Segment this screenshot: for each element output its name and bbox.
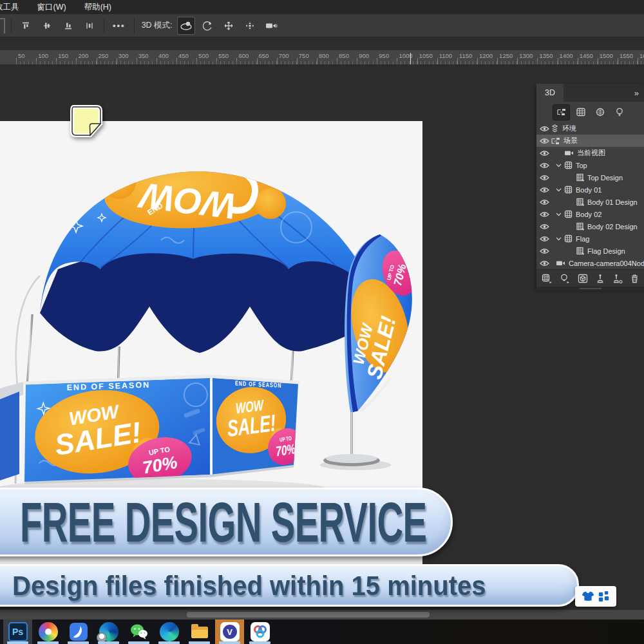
- taskbar-edge-profile[interactable]: [94, 620, 123, 644]
- edge-profile-icon: [99, 622, 118, 641]
- tab-3d[interactable]: 3D: [536, 84, 564, 102]
- ruler-tick-label: 350: [137, 52, 149, 59]
- 3d-layer-row[interactable]: 场景: [536, 135, 644, 147]
- 3d-layer-row[interactable]: 环境: [536, 122, 644, 135]
- 3d-layer-row[interactable]: Body 02: [536, 208, 644, 220]
- taskbar-indicator: [128, 641, 149, 644]
- taskbar-wechat[interactable]: [124, 620, 153, 644]
- new-3d-object-icon[interactable]: [578, 274, 588, 283]
- ruler-tick-label: 100: [36, 52, 48, 59]
- visibility-eye-icon[interactable]: [540, 199, 549, 205]
- panel-collapse-icon[interactable]: »: [634, 88, 639, 98]
- visibility-eye-icon[interactable]: [540, 138, 549, 144]
- menu-item-window[interactable]: 窗口(W): [37, 2, 66, 13]
- visibility-eye-icon[interactable]: [540, 150, 549, 156]
- 3d-layer-label: Top Design: [587, 174, 623, 182]
- chevron-down-icon[interactable]: [556, 164, 564, 167]
- roll-camera-3d-mode-icon[interactable]: [199, 17, 216, 34]
- ruler-tick-label: 1300: [517, 52, 533, 59]
- constraint-target-icon[interactable]: [612, 274, 623, 283]
- chevron-down-icon[interactable]: [556, 188, 564, 192]
- panel-resize-grip[interactable]: [536, 287, 644, 290]
- visibility-eye-icon[interactable]: [540, 260, 549, 267]
- visibility-eye-icon[interactable]: [540, 175, 549, 181]
- 3d-layer-label: Top: [576, 162, 587, 169]
- ruler-tick-label: 300: [117, 52, 129, 59]
- taskbar-indicator: [98, 641, 119, 644]
- visibility-eye-icon[interactable]: [540, 223, 549, 230]
- 3d-layer-row[interactable]: Body 01 Design: [536, 196, 644, 208]
- horizontal-scrollbar-thumb[interactable]: [187, 612, 430, 618]
- visibility-eye-icon[interactable]: [540, 162, 549, 169]
- add-constraint-icon[interactable]: [596, 274, 605, 283]
- 3d-layer-row[interactable]: Top Design: [536, 171, 644, 184]
- file-explorer-icon: [190, 622, 209, 641]
- divider: [104, 18, 104, 33]
- ruler-tick-label: 750: [297, 52, 309, 59]
- taskbar-indicator: [7, 641, 28, 644]
- texture-icon: [576, 198, 584, 206]
- 3d-layer-row[interactable]: Camera-camera004Nod: [536, 257, 644, 269]
- visibility-eye-icon[interactable]: [540, 248, 549, 254]
- mesh-icon: [564, 161, 573, 169]
- chevron-down-icon[interactable]: [556, 213, 564, 216]
- taskbar-circles-app[interactable]: [245, 620, 274, 644]
- ruler[interactable]: 5010015020025030035040045050055060065070…: [0, 50, 644, 65]
- promo-banner-secondary: Design files finished within 15 minutes: [0, 564, 579, 607]
- filter-lights-icon[interactable]: [611, 105, 627, 120]
- align-top-icon[interactable]: [17, 17, 34, 34]
- orbit-camera-3d-mode-icon[interactable]: [178, 17, 194, 34]
- 3d-layer-row[interactable]: Flag Design: [536, 245, 644, 257]
- align-bottom-icon[interactable]: [60, 17, 77, 34]
- 3d-layer-label: Camera-camera004Nod: [569, 260, 644, 267]
- ruler-tick-label: 400: [156, 52, 169, 59]
- taskbar-browser-swirl[interactable]: [33, 620, 62, 644]
- visibility-eye-icon[interactable]: [540, 236, 549, 242]
- 3d-layer-label: 场景: [564, 136, 578, 146]
- visibility-eye-icon[interactable]: [540, 126, 549, 132]
- taskbar-photoshop[interactable]: Ps: [3, 620, 32, 644]
- scene-icon: [551, 137, 560, 145]
- taskbar-file-explorer[interactable]: [185, 620, 214, 644]
- align-center-icon[interactable]: [39, 17, 55, 34]
- ruler-tick-label: 1350: [537, 52, 553, 59]
- 3d-mode-tools-group: [178, 17, 279, 34]
- environment-icon: [551, 124, 559, 133]
- camera-icon: [564, 150, 574, 156]
- kiosk-counter: END OF SEASON WOW SALE! UP TO 70% END OF…: [23, 376, 314, 494]
- taskbar-indicator: [219, 641, 240, 644]
- menu-item-plugins[interactable]: 效工具: [0, 2, 19, 13]
- edge-icon: [160, 622, 179, 641]
- taskbar-thunder[interactable]: [64, 620, 93, 644]
- visibility-eye-icon[interactable]: [540, 187, 549, 193]
- 3d-layer-row[interactable]: 当前视图: [536, 147, 644, 159]
- taskbar-edge[interactable]: [155, 620, 184, 644]
- chevron-down-icon[interactable]: [556, 237, 564, 241]
- delete-icon[interactable]: [630, 274, 639, 283]
- new-light-icon[interactable]: [560, 274, 570, 283]
- filter-scene-icon[interactable]: [553, 105, 569, 120]
- filter-materials-icon[interactable]: [592, 105, 608, 120]
- 3d-layer-row[interactable]: Body 01: [536, 184, 644, 196]
- more-options-icon[interactable]: •••: [113, 21, 126, 30]
- slide-camera-3d-mode-icon[interactable]: [242, 17, 258, 34]
- new-mesh-icon[interactable]: [542, 274, 553, 283]
- 3d-layer-row[interactable]: Body 02 Design: [536, 220, 644, 232]
- texture-icon: [576, 222, 584, 231]
- taskbar-v-app[interactable]: V: [215, 620, 244, 644]
- filter-meshes-icon[interactable]: [573, 105, 589, 120]
- distribute-icon[interactable]: [81, 17, 98, 34]
- ruler-tick-label: 1600: [638, 52, 644, 59]
- ruler-tick-label: 500: [196, 52, 209, 59]
- browser-swirl-icon: [39, 622, 58, 641]
- taskbar-indicator: [68, 641, 89, 644]
- annotation-note-icon[interactable]: [68, 103, 104, 138]
- 3d-layer-row[interactable]: Flag: [536, 232, 644, 245]
- visibility-eye-icon[interactable]: [540, 211, 549, 218]
- menu-item-help[interactable]: 帮助(H): [84, 2, 111, 13]
- ruler-tick-label: 1200: [477, 52, 493, 59]
- 3d-layer-label: Flag: [576, 235, 589, 243]
- pan-camera-3d-mode-icon[interactable]: [220, 17, 237, 34]
- 3d-layer-row[interactable]: Top: [536, 159, 644, 171]
- zoom-camera-3d-mode-icon[interactable]: [263, 17, 279, 34]
